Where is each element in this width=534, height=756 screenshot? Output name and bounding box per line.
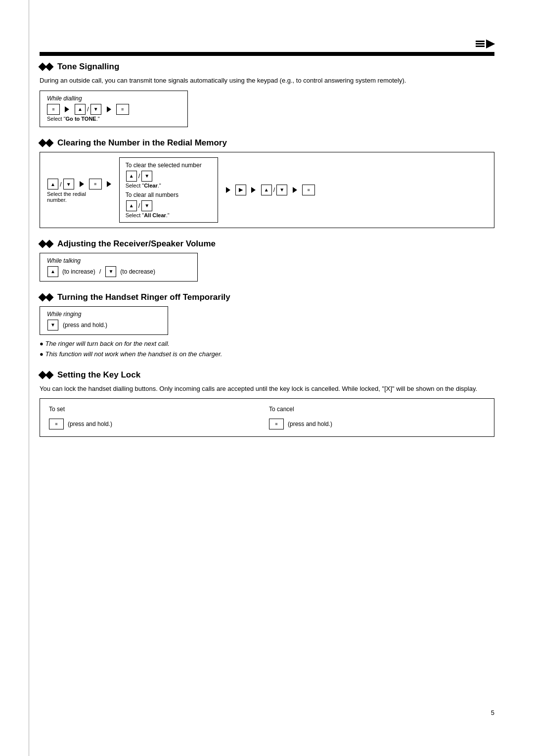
diamond-icons-keylock: [40, 372, 52, 378]
volume-slash: /: [99, 268, 101, 275]
arrow-6: [251, 187, 256, 193]
slash-5: /: [273, 186, 275, 193]
tone-select-label: Select "Go to TONE.": [47, 116, 180, 122]
receiver-volume-title: Adjusting the Receiver/Speaker Volume: [40, 239, 494, 249]
to-cancel-label: To cancel: [267, 404, 487, 415]
corner-arrow: ▶: [476, 37, 494, 50]
section-clearing-redial: Clearing the Number in the Redial Memory…: [40, 138, 494, 228]
slash-3: /: [138, 172, 140, 180]
up-button-3[interactable]: ▲: [126, 171, 137, 182]
down-button-vol[interactable]: ▼: [105, 266, 116, 277]
ringer-while-label: While ringing: [47, 311, 161, 318]
menu-button-set[interactable]: ≡: [49, 419, 64, 429]
all-clear-select-label: Select "All Clear.": [126, 212, 212, 218]
clearing-redial-label: Clearing the Number in the Redial Memory: [57, 138, 227, 148]
clear-bold: Clear: [144, 183, 158, 189]
keylock-cancel-row: ≡ (press and hold.): [269, 419, 477, 429]
diamond-icons-ringer: [40, 294, 52, 300]
up-button-2[interactable]: ▲: [47, 179, 58, 189]
redial-center-step-1: ▲ / ▼: [126, 171, 212, 182]
down-button-5[interactable]: ▼: [276, 185, 287, 195]
tone-goto-bold: Go to TONE: [66, 116, 96, 122]
redial-inner-layout: ▲ / ▼ ≡ Select the redial number.: [47, 157, 487, 223]
volume-while-label: While talking: [47, 257, 190, 264]
down-button-2[interactable]: ▼: [63, 179, 74, 189]
arrow-5: [226, 187, 230, 193]
keylock-cancel-instruction: (press and hold.): [288, 421, 332, 427]
keylock-table: To set To cancel ≡ (press and hold.): [47, 404, 487, 431]
page-number: 5: [491, 709, 494, 716]
keylock-header-row: To set To cancel: [47, 404, 487, 415]
menu-button-1[interactable]: ≡: [47, 104, 60, 115]
down-button-1[interactable]: ▼: [90, 104, 101, 115]
slash-4: /: [138, 202, 140, 209]
volume-increase-label: (to increase): [62, 268, 95, 275]
tone-signalling-label: Tone Signalling: [57, 62, 119, 72]
key-lock-desc: You can lock the handset dialling button…: [40, 384, 494, 394]
arrow-4: [107, 181, 111, 187]
menu-button-4[interactable]: ≡: [302, 185, 315, 195]
tone-step-row: ≡ ▲ / ▼ ≡: [47, 104, 180, 115]
volume-box: While talking ▲ (to increase) / ▼ (to de…: [40, 253, 198, 282]
menu-button-cancel[interactable]: ≡: [269, 419, 284, 429]
menu-button-3[interactable]: ≡: [89, 179, 102, 189]
ringer-bullet-2: This function will not work when the han…: [40, 349, 494, 359]
diamond-2: [45, 63, 54, 71]
slash-1: /: [87, 105, 89, 113]
ringer-press-label: (press and hold.): [63, 322, 107, 329]
redial-center-box: To clear the selected number ▲ / ▼ Selec…: [119, 157, 218, 223]
top-decorative-bar: [40, 52, 494, 56]
arrow-3: [80, 181, 84, 187]
section-key-lock: Setting the Key Lock You can lock the ha…: [40, 370, 494, 437]
ringer-box: While ringing ▼ (press and hold.): [40, 306, 168, 335]
keylock-set-cell: ≡ (press and hold.): [47, 415, 267, 431]
key-lock-title: Setting the Key Lock: [40, 370, 494, 380]
arrow-7: [293, 187, 297, 193]
down-button-4[interactable]: ▼: [141, 200, 152, 211]
section-tone-signalling: Tone Signalling During an outside call, …: [40, 62, 494, 127]
diamond-icons-tone: [40, 64, 52, 70]
key-lock-label: Setting the Key Lock: [57, 370, 140, 380]
keylock-set-instruction: (press and hold.): [68, 421, 112, 427]
all-clear-bold: All Clear: [144, 212, 166, 218]
arrow-lines: [476, 41, 485, 47]
corner-arrow-symbol: ▶: [486, 37, 494, 50]
ringer-bullets: The ringer will turn back on for the nex…: [40, 339, 494, 359]
tone-signalling-box: While dialling ≡ ▲ / ▼ ≡ Select "Go to T…: [40, 91, 188, 127]
play-button[interactable]: ▶: [235, 185, 246, 195]
section-receiver-volume: Adjusting the Receiver/Speaker Volume Wh…: [40, 239, 494, 282]
left-margin-line: [29, 0, 29, 756]
menu-button-2[interactable]: ≡: [116, 104, 129, 115]
down-button-3[interactable]: ▼: [141, 171, 152, 182]
to-clear-all-label: To clear all numbers: [126, 191, 212, 198]
diamond-8: [45, 293, 54, 301]
down-button-ringer[interactable]: ▼: [47, 320, 58, 331]
redial-right: ▶ ▲ / ▼ ≡: [223, 185, 315, 195]
up-button-1[interactable]: ▲: [75, 104, 86, 115]
arrow-1: [65, 106, 69, 112]
handset-ringer-label: Turning the Handset Ringer off Temporari…: [57, 292, 230, 302]
volume-decrease-label: (to decrease): [120, 268, 155, 275]
diamond-4: [45, 139, 54, 147]
up-button-5[interactable]: ▲: [261, 185, 272, 195]
diamond-10: [45, 371, 54, 379]
up-button-4[interactable]: ▲: [126, 200, 137, 211]
arrow-2: [107, 106, 111, 112]
tone-signalling-desc: During an outside call, you can transmit…: [40, 76, 494, 86]
up-button-vol[interactable]: ▲: [47, 266, 58, 277]
slash-2: /: [60, 181, 62, 188]
diamond-icons-redial: [40, 140, 52, 146]
redial-outer-box: ▲ / ▼ ≡ Select the redial number.: [40, 152, 494, 228]
tone-while-label: While dialling: [47, 95, 180, 102]
keylock-box: To set To cancel ≡ (press and hold.): [40, 398, 494, 437]
redial-select-label: Select the redial number.: [47, 191, 86, 203]
redial-left-step: ▲ / ▼ ≡: [47, 179, 114, 189]
to-clear-selected-label: To clear the selected number: [126, 162, 212, 169]
keylock-buttons-row: ≡ (press and hold.) ≡ (press and hold.): [47, 415, 487, 431]
diamond-6: [45, 239, 54, 248]
clear-select-label: Select "Clear.": [126, 183, 212, 189]
redial-center-step-2: ▲ / ▼: [126, 200, 212, 211]
main-content: Tone Signalling During an outside call, …: [40, 62, 494, 437]
ringer-step-row: ▼ (press and hold.): [47, 320, 161, 331]
keylock-cancel-cell: ≡ (press and hold.): [267, 415, 487, 431]
